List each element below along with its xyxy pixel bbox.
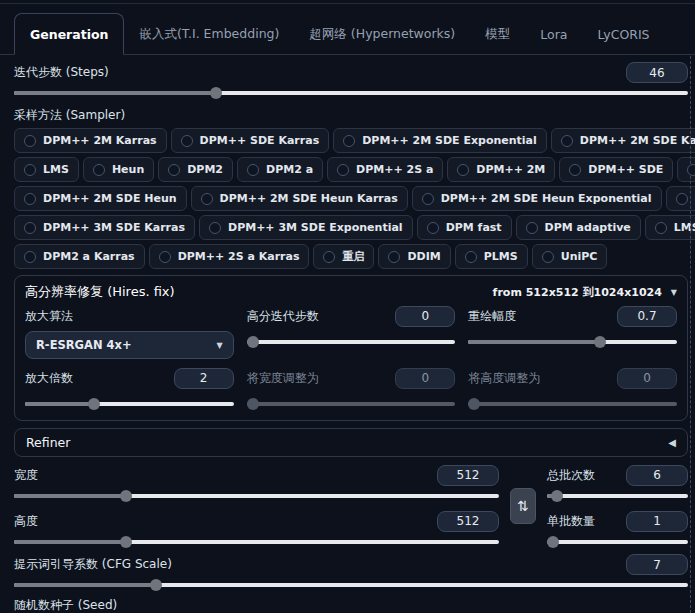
hires-steps-input[interactable] (395, 306, 455, 327)
resize-height-slider[interactable] (468, 397, 677, 410)
sampler-option[interactable]: DDIM (378, 244, 450, 269)
sampler-option-label: DPM++ 2M SDE Heun Exponential (441, 192, 652, 205)
sampler-option[interactable]: Heun (83, 157, 154, 182)
radio-icon (24, 251, 36, 263)
sampler-option[interactable]: DPM adaptive (516, 215, 641, 240)
tab-model[interactable]: 模型 (470, 14, 525, 54)
sampler-option-label: DPM++ SDE Karras (200, 134, 320, 147)
seed-label: 随机数种子 (Seed) (14, 597, 688, 613)
tab-embedding[interactable]: 嵌入式(T.I. Embedding) (124, 14, 294, 54)
sampler-option-label: DPM++ 3M SDE Karras (43, 221, 185, 234)
sampler-option[interactable]: PLMS (455, 244, 528, 269)
radio-icon (24, 222, 36, 234)
hires-fix-title[interactable]: 高分辨率修复 (Hires. fix) (25, 283, 175, 301)
radio-icon (687, 164, 695, 176)
radio-icon (201, 193, 213, 205)
resize-width-input[interactable] (395, 368, 455, 389)
width-slider[interactable] (14, 489, 499, 502)
resize-height-input[interactable] (617, 368, 677, 389)
sampler-option[interactable]: DPM++ 3M SDE Karras (14, 215, 195, 240)
sampler-option[interactable]: DPM++ 2S a Karras (149, 244, 310, 269)
radio-icon (24, 193, 36, 205)
refiner-accordion[interactable]: Refiner ◀ (14, 428, 688, 457)
sampler-option[interactable]: UniPC (532, 244, 608, 269)
sampler-option-label: DPM2 a Karras (43, 250, 135, 263)
resize-height-field: 将高度调整为 (468, 367, 677, 410)
radio-icon (247, 164, 259, 176)
sampler-option[interactable]: DPM fast (417, 215, 512, 240)
sampler-option[interactable]: DPM++ 2M SDE Heun (14, 186, 187, 211)
sampler-option-label: Heun (112, 163, 144, 176)
hires-fix-panel: 高分辨率修复 (Hires. fix) from 512x512 到1024x1… (14, 275, 688, 421)
batch-size-input[interactable] (626, 511, 688, 532)
sampler-option-label: DPM++ 3M SDE Exponential (228, 221, 403, 234)
radio-icon (457, 164, 469, 176)
upscaler-dropdown[interactable]: R-ESRGAN 4x+ ▼ (25, 331, 234, 359)
denoising-slider[interactable] (468, 335, 677, 348)
sampler-option[interactable]: DPM2 a Karras (14, 244, 145, 269)
hires-steps-slider[interactable] (247, 335, 456, 348)
column-resize-handle[interactable] (690, 56, 691, 613)
top-divider (0, 3, 695, 4)
dimensions-batch-grid: 宽度 高度 ⇅ 总批次数 (14, 464, 688, 548)
sampler-option[interactable]: DPM++ 2M SDE Karras (551, 128, 695, 153)
sampler-option-label: DPM2 (187, 163, 223, 176)
sampler-option[interactable]: DPM++ 2M SDE Heun Exponential (412, 186, 662, 211)
dimensions-column: 宽度 高度 (14, 464, 499, 548)
swap-dimensions-button[interactable]: ⇅ (510, 488, 536, 524)
sampler-option-label: UniPC (561, 250, 598, 263)
radio-icon (93, 164, 105, 176)
steps-slider[interactable] (14, 86, 688, 99)
upscaler-value: R-ESRGAN 4x+ (36, 338, 132, 352)
batch-count-input[interactable] (626, 465, 688, 486)
sampler-option-label: DPM++ 2M (476, 163, 545, 176)
sampler-option[interactable]: LMS (14, 157, 79, 182)
hires-steps-field: 高分迭代步数 (247, 305, 456, 359)
height-input[interactable] (437, 511, 499, 532)
sampler-option[interactable]: DPM++ 3M SDE Exponential (199, 215, 413, 240)
batch-size-slider[interactable] (547, 535, 688, 548)
radio-icon (343, 135, 355, 147)
radio-icon (24, 135, 36, 147)
sampler-option-label: DPM fast (446, 221, 502, 234)
denoising-input[interactable] (617, 306, 677, 327)
sampler-label: 采样方法 (Sampler) (14, 107, 688, 124)
upscale-by-slider[interactable] (25, 397, 234, 410)
sampler-option[interactable]: DPM2 a (237, 157, 323, 182)
sampler-option[interactable]: 重启 (313, 244, 374, 269)
sampler-option-label: PLMS (484, 250, 518, 263)
steps-input[interactable] (626, 62, 688, 83)
sampler-option-label: DPM++ 2M SDE Heun (43, 192, 177, 205)
cfg-input[interactable] (626, 554, 688, 575)
width-input[interactable] (437, 465, 499, 486)
sampler-option-label: DPM adaptive (545, 221, 631, 234)
upscale-by-field: 放大倍数 (25, 367, 234, 410)
sampler-option[interactable]: DPM++ 2M SDE (677, 157, 695, 182)
tab-lora[interactable]: Lora (525, 14, 582, 54)
hires-resolution-preview[interactable]: from 512x512 到1024x1024 ▼ (493, 285, 677, 300)
tab-lycoris[interactable]: LyCORIS (582, 14, 664, 54)
tab-generation[interactable]: Generation (14, 13, 124, 55)
cfg-slider[interactable] (14, 578, 688, 591)
resize-width-slider[interactable] (247, 397, 456, 410)
tab-hypernetworks[interactable]: 超网络 (Hypernetworks) (294, 14, 470, 54)
batch-count-slider[interactable] (547, 489, 688, 502)
sampler-option[interactable]: DPM++ SDE Karras (171, 128, 330, 153)
chevron-down-icon: ▼ (217, 341, 223, 350)
sampler-option[interactable]: LMS Karras (645, 215, 695, 240)
height-slider[interactable] (14, 535, 499, 548)
batch-column: 总批次数 单批数量 (547, 464, 688, 548)
radio-icon (569, 164, 581, 176)
steps-label: 迭代步数 (Steps) (14, 64, 109, 81)
sampler-option[interactable]: DPM++ 2S a (327, 157, 443, 182)
sampler-option[interactable]: DPM++ 2M Karras (14, 128, 167, 153)
sampler-option-label: DDIM (407, 250, 440, 263)
sampler-option[interactable]: DPM++ SDE (559, 157, 673, 182)
sampler-option[interactable]: DPM2 (158, 157, 233, 182)
sampler-option[interactable]: DPM++ 2M SDE Exponential (333, 128, 547, 153)
upscale-by-input[interactable] (174, 368, 234, 389)
radio-icon (465, 251, 477, 263)
sampler-option-label: DPM++ 2M SDE Exponential (362, 134, 537, 147)
sampler-option[interactable]: DPM++ 2M (447, 157, 555, 182)
sampler-option[interactable]: DPM++ 2M SDE Heun Karras (191, 186, 408, 211)
